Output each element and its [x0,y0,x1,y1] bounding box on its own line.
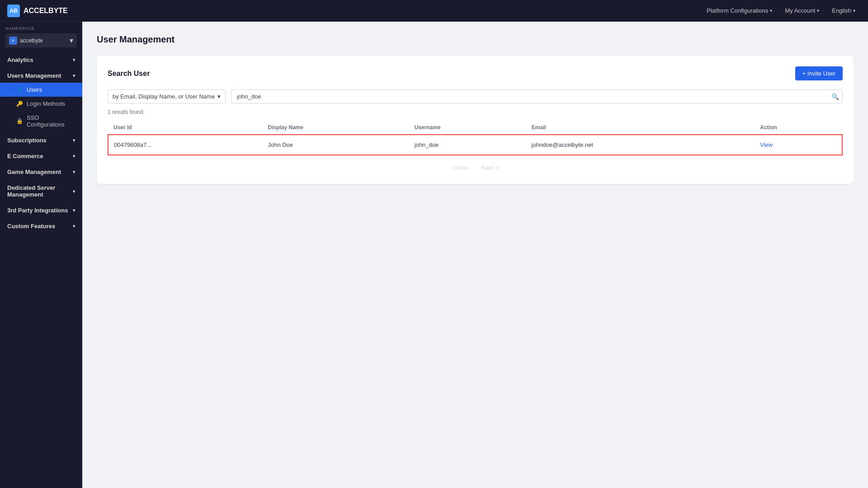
top-navbar: AB ACCELBYTE Platform Configurations ▾ M… [0,0,868,22]
sidebar-item-subscriptions[interactable]: Subscriptions ▾ [0,131,82,147]
3rd-party-chevron: ▾ [73,208,75,213]
app-logo: AB ACCELBYTE [7,5,68,17]
cell-display-name: John Doe [262,135,409,155]
table-head: User Id Display Name Username Email Acti… [108,121,842,135]
layout: NAMESPACE ≡ accelbyte ▾ Analytics ▾ User… [0,22,868,488]
users-icon: 👤 [16,87,23,93]
sidebar-item-e-commerce[interactable]: E Commerce ▾ [0,147,82,163]
sidebar-item-dedicated-server-management[interactable]: Dedicated Server Management ▾ [0,179,82,202]
namespace-selector[interactable]: ≡ accelbyte ▾ [5,33,77,47]
search-icon-button[interactable]: 🔍 [831,93,839,100]
sidebar: NAMESPACE ≡ accelbyte ▾ Analytics ▾ User… [0,22,82,488]
col-display-name: Display Name [262,121,409,135]
sidebar-item-analytics[interactable]: Analytics ▾ [0,51,82,67]
filter-label: by Email, Display Name, or User Name [113,93,215,100]
e-commerce-chevron: ▾ [73,154,75,159]
namespace-icon: ≡ [9,37,17,45]
namespace-selector-left: ≡ accelbyte [9,37,43,45]
users-table: User Id Display Name Username Email Acti… [108,121,843,155]
dedicated-server-chevron: ▾ [73,189,75,194]
users-management-chevron: ▾ [73,73,75,78]
namespace-chevron: ▾ [70,36,73,45]
page-title: User Management [97,34,854,45]
sidebar-item-users-management[interactable]: Users Management ▾ [0,67,82,83]
language-chevron: ▾ [853,8,855,13]
col-action: Action [755,121,842,135]
platform-configurations-chevron: ▾ [770,8,772,13]
sidebar-item-users[interactable]: 👤 Users [0,83,82,97]
cell-user-id: 00479608a7... [108,135,262,155]
main-content: User Management Search User + Invite Use… [82,22,868,488]
brand-name: ACCELBYTE [24,7,68,15]
table-row: 00479608a7...John Doejohn_doejohndoe@acc… [108,135,842,155]
namespace-section: NAMESPACE ≡ accelbyte ▾ [0,22,82,51]
search-input-wrap: 🔍 [231,89,843,103]
search-input[interactable] [231,89,843,103]
search-filter-select[interactable]: by Email, Display Name, or User Name ▾ [108,89,226,103]
card-header: Search User + Invite User [108,66,843,80]
analytics-chevron: ▾ [73,57,75,62]
next-page-button[interactable]: Next > [478,163,502,173]
namespace-name: accelbyte [20,38,43,44]
sidebar-item-sso-configurations[interactable]: 🔒 SSO Configurations [0,111,82,131]
sidebar-item-3rd-party-integrations[interactable]: 3rd Party Integrations ▾ [0,202,82,217]
my-account-button[interactable]: My Account ▾ [779,5,825,17]
prev-page-button[interactable]: < Prev [448,163,472,173]
col-username: Username [409,121,526,135]
view-link[interactable]: View [760,141,773,148]
cell-email: johndoe@accelbyte.net [526,135,755,155]
search-row: by Email, Display Name, or User Name ▾ 🔍 [108,89,843,103]
logo-icon: AB [7,5,20,17]
navbar-right: Platform Configurations ▾ My Account ▾ E… [701,5,861,17]
invite-user-button[interactable]: + Invite User [795,66,843,80]
sidebar-item-game-management[interactable]: Game Management ▾ [0,163,82,179]
language-button[interactable]: English ▾ [826,5,861,17]
namespace-label: NAMESPACE [5,26,77,31]
results-count: 1 results found. [108,109,843,115]
subscriptions-chevron: ▾ [73,138,75,143]
cell-username: john_doe [409,135,526,155]
card-title: Search User [108,70,150,78]
sidebar-item-login-methods[interactable]: 🔑 Login Methods [0,97,82,111]
col-email: Email [526,121,755,135]
login-methods-icon: 🔑 [16,101,23,107]
my-account-chevron: ▾ [817,8,819,13]
col-user-id: User Id [108,121,262,135]
game-management-chevron: ▾ [73,169,75,174]
sso-icon: 🔒 [16,118,23,124]
filter-chevron: ▾ [217,93,221,100]
pagination: < Prev Next > [108,163,843,173]
table-body: 00479608a7...John Doejohn_doejohndoe@acc… [108,135,842,155]
sidebar-item-custom-features[interactable]: Custom Features ▾ [0,217,82,233]
custom-features-chevron: ▾ [73,224,75,229]
cell-action: View [755,135,842,155]
platform-configurations-button[interactable]: Platform Configurations ▾ [701,5,778,17]
search-user-card: Search User + Invite User by Email, Disp… [97,56,854,184]
